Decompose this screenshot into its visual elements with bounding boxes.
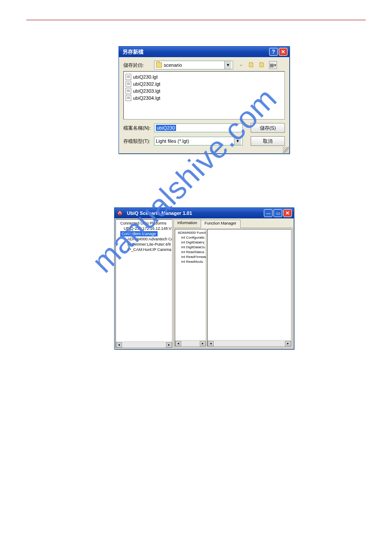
- new-folder-icon[interactable]: [259, 61, 266, 69]
- close-button[interactable]: ✕: [283, 209, 292, 217]
- tree-item[interactable]: int DigitDataOu: [176, 245, 205, 250]
- scroll-right-icon[interactable]: ▸: [166, 342, 172, 348]
- scroll-left-icon[interactable]: ◂: [116, 342, 122, 348]
- scenario-manager-window: UbiQ Scenario Manager 1.01 — ▭ ✕ Connect…: [114, 207, 294, 349]
- tab-strip: Information Function Manager: [173, 219, 293, 228]
- filetype-combo[interactable]: Light files (*.lgt) ▼: [154, 137, 243, 145]
- back-icon[interactable]: ←: [237, 61, 245, 69]
- document-icon: [126, 95, 131, 101]
- platforms-tree[interactable]: Connected Ubiq Platforms UBIQ-230:172.16…: [115, 219, 173, 348]
- tree-item[interactable]: int DigitDataIn(: [176, 240, 205, 245]
- filename-value: ubiQ230: [156, 125, 176, 131]
- look-in-combo[interactable]: scenario ▼: [154, 61, 233, 69]
- document-icon: [126, 74, 131, 80]
- up-folder-icon[interactable]: [248, 61, 256, 69]
- file-list[interactable]: ubiQ230.lgt ubiQ2302.lgt ubiQ2303.lgt ub…: [123, 71, 285, 120]
- function-content-area[interactable]: ◂ ▸: [207, 229, 291, 347]
- minimize-button[interactable]: —: [264, 209, 273, 217]
- filetype-label: 存檔類型(T):: [123, 138, 154, 145]
- look-in-label: 儲存於(I):: [123, 62, 154, 69]
- tree-item[interactable]: ADAM4000:Advantech Co., Ltd: [117, 236, 171, 242]
- close-button[interactable]: ✕: [279, 48, 288, 56]
- tab-information[interactable]: Information: [173, 219, 201, 228]
- file-name: ubiQ2304.lgt: [133, 95, 160, 101]
- folder-icon: [156, 62, 162, 68]
- horizontal-scrollbar[interactable]: ◂ ▸: [208, 340, 291, 346]
- document-icon: [126, 81, 131, 87]
- app-title: UbiQ Scenario Manager 1.01: [125, 210, 263, 216]
- scroll-left-icon[interactable]: ◂: [208, 341, 214, 346]
- tree-item[interactable]: A_Dimmer:Lite-Puter:4/8 Chan: [117, 242, 171, 247]
- views-icon[interactable]: ▦▾: [269, 61, 277, 69]
- save-as-dialog: 另存新檔 ? ✕ 儲存於(I): scenario ▼ ← ▦▾: [119, 46, 290, 154]
- tree-root[interactable]: ADAM4000 Functi: [176, 230, 205, 235]
- list-item[interactable]: ubiQ2303.lgt: [126, 87, 283, 94]
- app-icon: [116, 210, 123, 217]
- tree-item[interactable]: UBIQ-230:172.16.12.148:V1.000: [117, 226, 171, 231]
- scroll-left-icon[interactable]: ◂: [175, 341, 181, 346]
- list-item[interactable]: ubiQ230.lgt: [126, 73, 283, 80]
- filename-label: 檔案名稱(N):: [123, 125, 154, 131]
- filetype-value: Light files (*.lgt): [156, 138, 234, 144]
- filename-input[interactable]: ubiQ230: [154, 123, 243, 132]
- document-icon: [126, 88, 131, 94]
- scroll-right-icon[interactable]: ▸: [200, 341, 206, 346]
- horizontal-scrollbar[interactable]: ◂ ▸: [175, 340, 206, 346]
- help-button[interactable]: ?: [269, 48, 278, 56]
- tree-item[interactable]: int ReadFirmwa: [176, 254, 205, 259]
- file-name: ubiQ2303.lgt: [133, 88, 160, 94]
- horizontal-scrollbar[interactable]: ◂ ▸: [116, 341, 172, 348]
- file-name: ubiQ2302.lgt: [133, 81, 160, 87]
- chevron-down-icon[interactable]: ▼: [234, 137, 241, 145]
- tree-item[interactable]: int ReadModu: [176, 259, 205, 264]
- tree-item[interactable]: IP_CAM:Hunt:IP Carema: [117, 247, 171, 252]
- tree-item[interactable]: int Configuratic: [176, 235, 205, 240]
- look-in-value: scenario: [164, 62, 182, 68]
- dialog-titlebar[interactable]: 另存新檔 ? ✕: [119, 47, 289, 57]
- tree-item[interactable]: int ReadStatus: [176, 250, 205, 254]
- app-titlebar[interactable]: UbiQ Scenario Manager 1.01 — ▭ ✕: [115, 208, 294, 218]
- maximize-button[interactable]: ▭: [273, 209, 282, 217]
- resize-grip[interactable]: [283, 147, 289, 153]
- list-item[interactable]: ubiQ2302.lgt: [126, 80, 283, 87]
- tree-item-selected[interactable]: Controllers Manage: [120, 231, 158, 236]
- dialog-title: 另存新檔: [121, 48, 268, 56]
- cancel-button[interactable]: 取消: [251, 136, 285, 146]
- tab-function-manager[interactable]: Function Manager: [201, 220, 241, 228]
- scroll-right-icon[interactable]: ▸: [285, 341, 291, 346]
- function-tree[interactable]: ADAM4000 Functi int Configuratic int Dig…: [175, 229, 206, 347]
- save-button[interactable]: 儲存(S): [251, 123, 285, 133]
- file-name: ubiQ230.lgt: [133, 74, 158, 80]
- chevron-down-icon[interactable]: ▼: [224, 61, 231, 69]
- list-item[interactable]: ubiQ2304.lgt: [126, 94, 283, 102]
- tree-root[interactable]: Connected Ubiq Platforms: [117, 221, 171, 226]
